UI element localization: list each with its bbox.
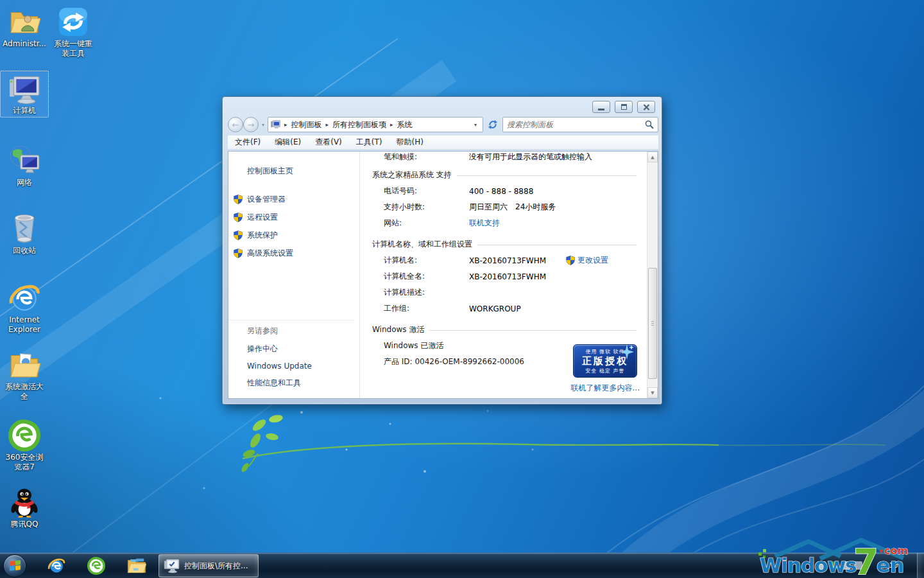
desktop-icon-qq[interactable]: 腾讯QQ [0,484,49,531]
forward-button[interactable]: → [243,117,259,132]
sidebar-item-windows-update[interactable]: Windows Update [247,362,354,371]
desktop-icon-internet-explorer[interactable]: Internet Explorer [0,280,49,337]
uac-shield-icon [234,213,243,222]
menu-view[interactable]: 查看(V) [308,137,349,148]
show-desktop-button[interactable] [917,553,924,578]
taskbar-button-control-panel[interactable]: 控制面板\所有控... [158,554,259,577]
window-titlebar[interactable] [223,97,662,115]
refresh-button[interactable] [485,117,501,132]
address-dropdown-icon[interactable]: ▾ [471,122,480,128]
computer-icon [8,73,41,105]
sidebar-item-performance-tools[interactable]: 性能信息和工具 [247,378,354,389]
sidebar-item-action-center[interactable]: 操作中心 [247,344,354,355]
window-client-area: 控制面板主页 设备管理器 远程设置 [228,151,658,399]
desktop-icon-computer[interactable]: 计算机 [0,71,49,118]
sidebar-item-advanced-settings[interactable]: 高级系统设置 [234,248,359,259]
scroll-up-icon: ▲ [651,155,654,160]
icon-label: Administr... [2,39,47,49]
icon-label: Internet Explorer [2,315,47,335]
search-icon[interactable] [645,120,654,129]
green-e-icon [8,419,40,451]
online-support-link[interactable]: 联机支持 [469,218,500,229]
breadcrumb-all-items[interactable]: 所有控制面板项 [332,119,386,130]
genuine-microsoft-badge[interactable]: 使用 微软 软件 正版授权 安全 稳定 声誉 [573,344,637,378]
scroll-up-button[interactable]: ▲ [647,152,658,162]
icon-label: 回收站 [2,246,47,256]
hours-row: 支持小时数: 周日至周六 24小时服务 [372,199,638,215]
navigation-bar: ← → ▾ ▸ 控制面板 ▸ 所有控制面板项 ▸ 系统 ▾ [228,115,658,134]
desktop-icon-administrator[interactable]: Administr... [0,4,49,51]
qq-penguin-icon [9,486,40,518]
icon-label: 360安全浏览器7 [2,453,47,472]
taskbar: 控制面板\所有控... 午 10: [0,552,924,578]
scroll-down-button[interactable]: ▼ [647,387,658,398]
sidebar-item-home[interactable]: 控制面板主页 [247,166,359,177]
taskbar-360-browser-icon[interactable] [87,557,105,575]
ie-icon [8,282,41,314]
taskbar-explorer-icon[interactable] [127,557,146,575]
breadcrumb-control-panel[interactable]: 控制面板 [291,119,322,130]
swap-arrows-icon [57,6,89,38]
crumb-separator-icon: ▸ [323,121,332,128]
learn-more-online-link[interactable]: 联机了解更多内容... [571,383,640,394]
sidebar-item-label: 高级系统设置 [247,248,293,259]
sidebar: 控制面板主页 设备管理器 远程设置 [228,152,360,398]
scroll-down-icon: ▼ [651,390,654,396]
row-label: 工作组: [372,303,469,314]
network-globe-icon [8,144,41,177]
maximize-button[interactable] [615,101,633,113]
section-title: 系统之家精品系统 支持 [372,170,452,180]
menu-help[interactable]: 帮助(H) [389,137,431,148]
menu-tools[interactable]: 工具(T) [349,137,389,148]
system-window: ← → ▾ ▸ 控制面板 ▸ 所有控制面板项 ▸ 系统 ▾ [222,96,662,405]
recycle-bin-icon [8,211,40,245]
row-label: 计算机全名: [372,271,469,282]
sidebar-see-also-group: 另请参阅 操作中心 Windows Update 性能信息和工具 [228,320,354,396]
search-input[interactable] [507,120,642,129]
desktop-icon-network[interactable]: 网络 [0,143,49,189]
taskbar-clock[interactable]: 午 10: [866,561,914,570]
activation-status: Windows 已激活 [372,340,443,351]
back-button[interactable]: ← [228,117,243,132]
search-box[interactable] [502,117,658,132]
row-value: 400 - 888 - 8888 [469,187,533,196]
tray-icon-volume-icon[interactable] [842,561,850,570]
minimize-button[interactable] [592,101,610,113]
row-label: 计算机名: [372,255,469,266]
computer-name-row: 计算机名: XB-20160713FWHM 更改设置 [372,252,638,268]
uac-shield-icon [234,195,243,204]
change-settings-link[interactable]: 更改设置 [566,252,608,268]
sidebar-item-remote-settings[interactable]: 远程设置 [234,212,359,223]
recent-pages-dropdown[interactable]: ▾ [262,122,264,128]
tray-icon-network-icon[interactable] [854,561,862,570]
close-icon [643,104,650,110]
breadcrumb-system[interactable]: 系统 [397,119,413,130]
desktop-icon-360-browser[interactable]: 360安全浏览器7 [0,417,49,474]
scrollbar-thumb[interactable] [648,268,657,379]
tray-icon-safely-remove[interactable] [817,561,826,570]
icon-label: 系统激活大全 [4,382,45,401]
row-value: XB-20160713FWHM [469,256,546,265]
vertical-scrollbar[interactable]: ▲ ▼ [647,152,658,398]
taskbar-ie-icon[interactable] [47,557,65,575]
address-bar[interactable]: ▸ 控制面板 ▸ 所有控制面板项 ▸ 系统 ▾ [268,117,483,132]
phone-row: 电话号码: 400 - 888 - 8888 [372,183,638,199]
system-info-panel: 笔和触摸: 没有可用于此显示器的笔或触控输入 系统之家精品系统 支持 电话号码:… [360,152,647,398]
taskbar-button-label: 控制面板\所有控... [184,561,248,572]
system-page-icon [271,120,280,129]
uac-shield-icon [566,256,575,265]
support-section-header: 系统之家精品系统 支持 [372,167,638,183]
menu-edit[interactable]: 编辑(E) [268,137,308,148]
sidebar-item-label: 远程设置 [247,212,278,223]
desktop-icon-reinstall-tool[interactable]: 系统一键重装工具 [49,4,98,60]
menu-file[interactable]: 文件(F) [228,137,268,148]
desktop-icon-activation-folder[interactable]: 系统激活大全 [0,347,49,403]
sidebar-item-system-protection[interactable]: 系统保护 [234,230,359,241]
close-button[interactable] [637,101,655,113]
tray-icon-security[interactable] [830,561,838,570]
section-divider [429,330,637,331]
uac-shield-icon [234,231,243,240]
start-button[interactable] [3,554,26,577]
sidebar-item-device-manager[interactable]: 设备管理器 [234,194,359,205]
desktop-icon-recycle-bin[interactable]: 回收站 [0,209,49,258]
